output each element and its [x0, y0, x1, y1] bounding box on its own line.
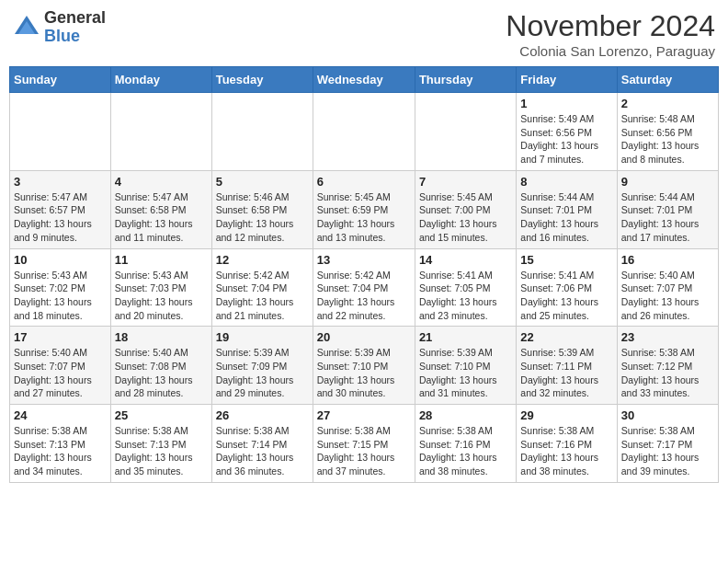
calendar-day-cell: 11Sunrise: 5:43 AM Sunset: 7:03 PM Dayli… [110, 248, 211, 327]
calendar-day-cell [313, 93, 415, 171]
day-number: 28 [419, 408, 512, 422]
day-info: Sunrise: 5:40 AM Sunset: 7:07 PM Dayligh… [621, 269, 714, 323]
logo-icon [13, 14, 40, 41]
calendar-day-cell: 18Sunrise: 5:40 AM Sunset: 7:08 PM Dayli… [110, 327, 211, 405]
day-info: Sunrise: 5:42 AM Sunset: 7:04 PM Dayligh… [317, 269, 411, 323]
day-info: Sunrise: 5:38 AM Sunset: 7:13 PM Dayligh… [14, 424, 107, 478]
calendar-day-cell: 9Sunrise: 5:44 AM Sunset: 7:01 PM Daylig… [617, 170, 718, 248]
calendar-day-cell: 22Sunrise: 5:39 AM Sunset: 7:11 PM Dayli… [517, 327, 617, 405]
day-number: 21 [419, 330, 512, 344]
day-number: 1 [520, 97, 612, 110]
day-number: 9 [621, 175, 714, 189]
calendar-table: SundayMondayTuesdayWednesdayThursdayFrid… [9, 66, 719, 483]
day-number: 15 [520, 253, 612, 267]
day-number: 11 [115, 253, 208, 267]
day-number: 23 [621, 330, 714, 344]
logo-text: General Blue [44, 9, 106, 46]
day-number: 24 [14, 408, 107, 422]
weekday-header-cell: Thursday [415, 67, 516, 93]
calendar-day-cell: 17Sunrise: 5:40 AM Sunset: 7:07 PM Dayli… [10, 327, 111, 405]
calendar-day-cell: 8Sunrise: 5:44 AM Sunset: 7:01 PM Daylig… [517, 170, 617, 248]
calendar-day-cell: 13Sunrise: 5:42 AM Sunset: 7:04 PM Dayli… [313, 248, 415, 327]
weekday-header-cell: Tuesday [211, 67, 313, 93]
calendar-day-cell: 29Sunrise: 5:38 AM Sunset: 7:16 PM Dayli… [517, 405, 617, 483]
calendar-day-cell: 7Sunrise: 5:45 AM Sunset: 7:00 PM Daylig… [415, 170, 516, 248]
month-title: November 2024 [506, 9, 715, 43]
calendar-week-row: 1Sunrise: 5:49 AM Sunset: 6:56 PM Daylig… [10, 93, 719, 171]
day-info: Sunrise: 5:43 AM Sunset: 7:02 PM Dayligh… [14, 269, 107, 323]
day-info: Sunrise: 5:45 AM Sunset: 7:00 PM Dayligh… [419, 190, 512, 245]
day-number: 17 [14, 330, 107, 344]
day-number: 27 [317, 408, 411, 422]
day-info: Sunrise: 5:39 AM Sunset: 7:10 PM Dayligh… [419, 346, 512, 400]
calendar-week-row: 10Sunrise: 5:43 AM Sunset: 7:02 PM Dayli… [10, 248, 719, 327]
day-info: Sunrise: 5:47 AM Sunset: 6:57 PM Dayligh… [14, 190, 107, 245]
calendar-day-cell: 6Sunrise: 5:45 AM Sunset: 6:59 PM Daylig… [313, 170, 415, 248]
calendar-day-cell: 26Sunrise: 5:38 AM Sunset: 7:14 PM Dayli… [211, 405, 313, 483]
logo-blue-text: Blue [44, 28, 106, 46]
calendar-day-cell: 2Sunrise: 5:48 AM Sunset: 6:56 PM Daylig… [617, 93, 718, 171]
day-number: 4 [115, 175, 208, 189]
day-number: 14 [419, 253, 512, 267]
weekday-header-cell: Monday [110, 67, 211, 93]
day-number: 26 [216, 408, 309, 422]
logo: General Blue [13, 9, 106, 46]
day-info: Sunrise: 5:48 AM Sunset: 6:56 PM Dayligh… [621, 112, 714, 167]
day-number: 2 [621, 97, 714, 110]
day-number: 22 [520, 330, 612, 344]
day-number: 6 [317, 175, 411, 189]
day-info: Sunrise: 5:44 AM Sunset: 7:01 PM Dayligh… [621, 190, 714, 245]
calendar-body: 1Sunrise: 5:49 AM Sunset: 6:56 PM Daylig… [10, 93, 719, 483]
day-info: Sunrise: 5:38 AM Sunset: 7:13 PM Dayligh… [115, 424, 208, 478]
calendar-day-cell [110, 93, 211, 171]
calendar-day-cell: 23Sunrise: 5:38 AM Sunset: 7:12 PM Dayli… [617, 327, 718, 405]
day-info: Sunrise: 5:40 AM Sunset: 7:07 PM Dayligh… [14, 346, 107, 400]
logo-general-text: General [44, 9, 106, 28]
calendar-day-cell: 21Sunrise: 5:39 AM Sunset: 7:10 PM Dayli… [415, 327, 516, 405]
calendar-day-cell: 24Sunrise: 5:38 AM Sunset: 7:13 PM Dayli… [10, 405, 111, 483]
calendar-day-cell [10, 93, 111, 171]
day-info: Sunrise: 5:39 AM Sunset: 7:11 PM Dayligh… [520, 346, 612, 400]
calendar-day-cell: 27Sunrise: 5:38 AM Sunset: 7:15 PM Dayli… [313, 405, 415, 483]
calendar-day-cell: 3Sunrise: 5:47 AM Sunset: 6:57 PM Daylig… [10, 170, 111, 248]
page-header: General Blue November 2024 Colonia San L… [9, 9, 719, 59]
day-info: Sunrise: 5:40 AM Sunset: 7:08 PM Dayligh… [115, 346, 208, 400]
calendar-day-cell: 5Sunrise: 5:46 AM Sunset: 6:58 PM Daylig… [211, 170, 313, 248]
day-info: Sunrise: 5:43 AM Sunset: 7:03 PM Dayligh… [115, 269, 208, 323]
day-number: 18 [115, 330, 208, 344]
day-number: 10 [14, 253, 107, 267]
day-number: 12 [216, 253, 309, 267]
weekday-header-cell: Saturday [617, 67, 718, 93]
day-number: 19 [216, 330, 309, 344]
day-number: 7 [419, 175, 512, 189]
day-number: 25 [115, 408, 208, 422]
day-info: Sunrise: 5:38 AM Sunset: 7:14 PM Dayligh… [216, 424, 309, 478]
day-number: 16 [621, 253, 714, 267]
calendar-day-cell: 14Sunrise: 5:41 AM Sunset: 7:05 PM Dayli… [415, 248, 516, 327]
day-number: 30 [621, 408, 714, 422]
calendar-day-cell: 20Sunrise: 5:39 AM Sunset: 7:10 PM Dayli… [313, 327, 415, 405]
weekday-header-row: SundayMondayTuesdayWednesdayThursdayFrid… [10, 67, 719, 93]
calendar-day-cell: 25Sunrise: 5:38 AM Sunset: 7:13 PM Dayli… [110, 405, 211, 483]
day-info: Sunrise: 5:41 AM Sunset: 7:05 PM Dayligh… [419, 269, 512, 323]
day-info: Sunrise: 5:42 AM Sunset: 7:04 PM Dayligh… [216, 269, 309, 323]
day-info: Sunrise: 5:38 AM Sunset: 7:17 PM Dayligh… [621, 424, 714, 478]
day-number: 20 [317, 330, 411, 344]
day-info: Sunrise: 5:39 AM Sunset: 7:09 PM Dayligh… [216, 346, 309, 400]
day-info: Sunrise: 5:38 AM Sunset: 7:12 PM Dayligh… [621, 346, 714, 400]
calendar-week-row: 3Sunrise: 5:47 AM Sunset: 6:57 PM Daylig… [10, 170, 719, 248]
day-info: Sunrise: 5:38 AM Sunset: 7:15 PM Dayligh… [317, 424, 411, 478]
calendar-day-cell: 28Sunrise: 5:38 AM Sunset: 7:16 PM Dayli… [415, 405, 516, 483]
day-number: 13 [317, 253, 411, 267]
weekday-header-cell: Wednesday [313, 67, 415, 93]
day-info: Sunrise: 5:44 AM Sunset: 7:01 PM Dayligh… [520, 190, 612, 245]
calendar-day-cell: 15Sunrise: 5:41 AM Sunset: 7:06 PM Dayli… [517, 248, 617, 327]
day-info: Sunrise: 5:49 AM Sunset: 6:56 PM Dayligh… [520, 112, 612, 167]
calendar-week-row: 24Sunrise: 5:38 AM Sunset: 7:13 PM Dayli… [10, 405, 719, 483]
calendar-day-cell [211, 93, 313, 171]
calendar-week-row: 17Sunrise: 5:40 AM Sunset: 7:07 PM Dayli… [10, 327, 719, 405]
day-info: Sunrise: 5:41 AM Sunset: 7:06 PM Dayligh… [520, 269, 612, 323]
calendar-day-cell: 1Sunrise: 5:49 AM Sunset: 6:56 PM Daylig… [517, 93, 617, 171]
day-info: Sunrise: 5:47 AM Sunset: 6:58 PM Dayligh… [115, 190, 208, 245]
location-subtitle: Colonia San Lorenzo, Paraguay [506, 43, 715, 59]
